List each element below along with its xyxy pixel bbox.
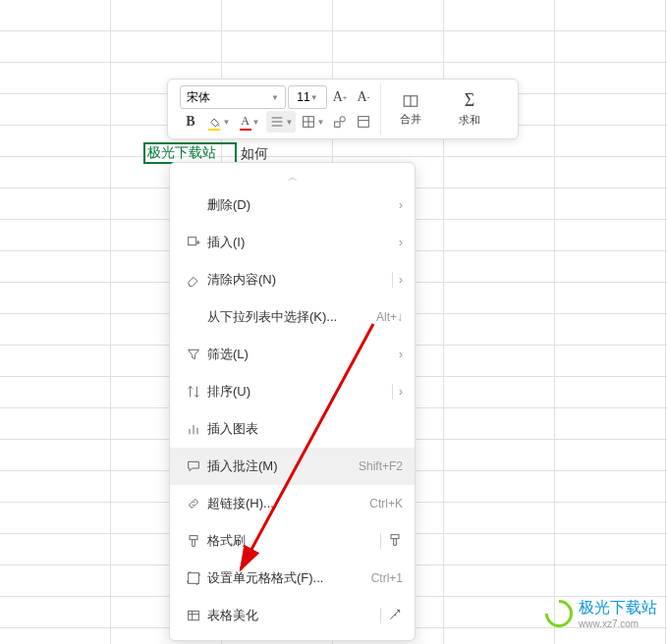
svg-rect-6 (335, 122, 340, 127)
filter-icon (186, 347, 201, 362)
format-table-button[interactable] (353, 111, 374, 133)
selected-cell[interactable]: 极光下载站 (143, 142, 237, 164)
paintbrush-alt-icon[interactable] (387, 532, 403, 548)
svg-rect-20 (189, 573, 199, 584)
merge-button[interactable]: 合并 (387, 92, 434, 127)
sort-icon (186, 384, 201, 400)
magic-icon[interactable] (387, 607, 403, 622)
watermark: 极光下载站 www.xz7.com (545, 598, 657, 629)
link-icon (186, 496, 201, 511)
svg-rect-19 (391, 534, 399, 538)
chevron-right-icon: › (399, 273, 403, 287)
decrease-font-button[interactable]: A- (353, 86, 374, 108)
chevron-right-icon: › (399, 385, 403, 399)
bold-button[interactable]: B (180, 111, 201, 133)
svg-point-7 (340, 117, 345, 122)
merge-icon (401, 92, 420, 110)
menu-insert[interactable]: 插入(I) › (170, 224, 415, 261)
sigma-icon: Σ (465, 90, 474, 111)
chevron-right-icon: › (399, 236, 403, 249)
menu-insert-comment[interactable]: 插入批注(M) Shift+F2 (170, 448, 415, 485)
chevron-right-icon: › (399, 198, 403, 212)
menu-format-painter[interactable]: 格式刷 (170, 522, 415, 560)
increase-font-button[interactable]: A+ (329, 86, 351, 108)
paintbrush-icon (186, 533, 201, 549)
svg-rect-8 (359, 117, 369, 128)
svg-rect-12 (189, 238, 196, 245)
paint-bucket-icon (206, 113, 222, 129)
table-icon (356, 114, 371, 130)
chevron-up-icon: ︿ (288, 171, 298, 185)
collapse-button[interactable]: ︿ (170, 169, 415, 187)
caret-down-icon: ▼ (271, 93, 279, 102)
align-icon (269, 114, 285, 130)
menu-dropdown-select[interactable]: 从下拉列表中选择(K)... Alt+↓ (170, 298, 415, 336)
align-button[interactable]: ▼ (266, 111, 296, 133)
context-menu: ︿ 删除(D) › 插入(I) › 清除内容(N) › 从下拉列表中选择(K).… (169, 162, 416, 641)
caret-down-icon: ▼ (310, 93, 318, 102)
borders-button[interactable]: ▼ (298, 111, 327, 133)
mini-toolbar: 宋体▼ 11▼ A+ A- B ▼ A▼ ▼ ▼ 合并 Σ 求和 (167, 79, 519, 139)
menu-insert-chart[interactable]: 插入图表 (170, 410, 415, 448)
chevron-right-icon: › (399, 348, 403, 361)
menu-beautify[interactable]: 表格美化 (170, 597, 415, 634)
font-color-button[interactable]: A▼ (235, 111, 264, 133)
menu-sort[interactable]: 排序(U) › (170, 373, 415, 410)
svg-rect-21 (189, 611, 199, 619)
menu-hyperlink[interactable]: 超链接(H)... Ctrl+K (170, 485, 415, 522)
insert-icon (186, 235, 201, 250)
menu-format-cells[interactable]: 设置单元格格式(F)... Ctrl+1 (170, 560, 415, 597)
comment-icon (186, 458, 201, 474)
chart-icon (186, 421, 201, 437)
sum-button[interactable]: Σ 求和 (446, 90, 493, 128)
logo-icon (539, 594, 579, 633)
eraser-icon (186, 272, 201, 288)
table-style-icon (186, 608, 201, 623)
menu-filter[interactable]: 筛选(L) › (170, 336, 415, 373)
font-size-selector[interactable]: 11▼ (288, 85, 327, 109)
format-cells-icon (186, 570, 201, 586)
menu-clear[interactable]: 清除内容(N) › (170, 261, 415, 298)
cell-overflow-text: 如何 (241, 145, 268, 163)
svg-rect-18 (190, 536, 197, 540)
borders-icon (301, 114, 316, 130)
conditional-format-button[interactable] (329, 111, 351, 133)
fill-color-button[interactable]: ▼ (203, 111, 233, 133)
menu-delete[interactable]: 删除(D) › (170, 187, 415, 224)
font-selector[interactable]: 宋体▼ (180, 85, 286, 109)
shapes-icon (332, 114, 348, 130)
